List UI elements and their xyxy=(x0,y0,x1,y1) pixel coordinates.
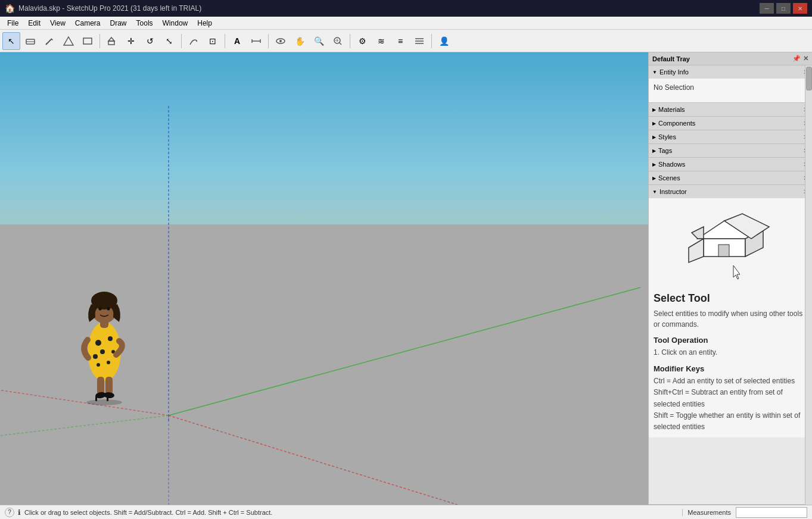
styles-arrow: ▶ xyxy=(652,135,656,140)
text-tool-button[interactable]: A xyxy=(228,32,246,50)
close-button[interactable]: ✕ xyxy=(793,3,807,14)
status-message: Click or drag to select objects. Shift =… xyxy=(24,509,272,516)
scenes-header[interactable]: ▶ Scenes ✕ xyxy=(649,171,812,185)
zoom-tool-button[interactable]: 🔍 xyxy=(310,32,328,50)
shadows-header[interactable]: ▶ Shadows ✕ xyxy=(649,158,812,171)
components-label: Components xyxy=(658,120,695,127)
instructor-section: ▼ Instructor ✕ xyxy=(649,185,812,505)
minimize-button[interactable]: ─ xyxy=(760,3,774,14)
sky xyxy=(0,52,648,224)
tray-close-button[interactable]: ✕ xyxy=(803,55,808,62)
instructor-modifiers: Ctrl = Add an entity to set of selected … xyxy=(654,376,807,433)
menu-window[interactable]: Window xyxy=(158,18,193,29)
toolbar-separator-5 xyxy=(350,34,350,48)
instructor-label: Instructor xyxy=(659,188,687,195)
shape-tool-button[interactable] xyxy=(60,32,77,50)
scrollbar-thumb[interactable] xyxy=(806,67,812,90)
menu-camera[interactable]: Camera xyxy=(70,18,105,29)
components-header[interactable]: ▶ Components ✕ xyxy=(649,117,812,130)
tags-header[interactable]: ▶ Tags ✕ xyxy=(649,144,812,157)
rotate-tool-button[interactable]: ↺ xyxy=(141,32,159,50)
components-section: ▶ Components ✕ xyxy=(649,117,812,130)
pan-tool-button[interactable]: ✋ xyxy=(291,32,309,50)
styles-section: ▶ Styles ✕ xyxy=(649,130,812,144)
shadows-label: Shadows xyxy=(658,161,685,168)
measurements-label: Measurements xyxy=(682,509,731,516)
scenes-section: ▶ Scenes ✕ xyxy=(649,171,812,185)
follow-me-button[interactable] xyxy=(185,32,203,50)
svg-rect-42 xyxy=(97,377,104,395)
menu-tools[interactable]: Tools xyxy=(132,18,158,29)
dimensions-tool-button[interactable] xyxy=(247,32,265,50)
eraser-tool-button[interactable] xyxy=(21,32,39,50)
materials-arrow: ▶ xyxy=(652,107,656,112)
materials-header-left: ▶ Materials xyxy=(652,106,685,113)
menu-file[interactable]: File xyxy=(2,18,23,29)
tray-title: Default Tray xyxy=(652,55,690,62)
svg-marker-54 xyxy=(692,227,704,239)
tray-pin-button[interactable]: 📌 xyxy=(792,55,801,62)
title-text: Malavida.skp - SketchUp Pro 2021 (31 day… xyxy=(18,4,201,12)
shadows-section: ▶ Shadows ✕ xyxy=(649,158,812,171)
maximize-button[interactable]: □ xyxy=(776,3,791,14)
svg-rect-46 xyxy=(95,396,97,401)
instructor-illustration xyxy=(654,209,807,286)
layer-settings-button[interactable] xyxy=(410,32,428,50)
model-settings-button[interactable]: ⚙ xyxy=(353,32,371,50)
entity-info-header-left: ▼ Entity Info xyxy=(652,68,689,76)
components-header-left: ▶ Components xyxy=(652,120,695,127)
entity-info-status: No Selection xyxy=(654,83,694,92)
toolbar-separator-6 xyxy=(431,34,432,48)
instructor-operation-title: Tool Operation xyxy=(654,336,807,345)
select-tool-illustration xyxy=(686,209,775,286)
instructor-modifier-title: Modifier Keys xyxy=(654,364,807,373)
profile-button[interactable]: 👤 xyxy=(435,32,453,50)
svg-rect-7 xyxy=(108,41,114,45)
styles-header-left: ▶ Styles xyxy=(652,133,676,140)
menu-edit[interactable]: Edit xyxy=(23,18,45,29)
svg-point-40 xyxy=(99,307,102,310)
entity-info-label: Entity Info xyxy=(659,68,689,76)
styles-header[interactable]: ▶ Styles ✕ xyxy=(649,130,812,143)
entity-info-content: No Selection xyxy=(649,79,812,102)
menu-help[interactable]: Help xyxy=(192,18,217,29)
app-title: 🏠 Malavida.skp - SketchUp Pro 2021 (31 d… xyxy=(5,4,201,13)
svg-marker-53 xyxy=(689,239,704,262)
instructor-tool-name: Select Tool xyxy=(654,292,807,305)
pencil-tool-button[interactable] xyxy=(41,32,58,50)
panel-scrollbar[interactable] xyxy=(805,65,812,505)
svg-point-35 xyxy=(107,361,110,364)
offset-tool-button[interactable]: ⊡ xyxy=(204,32,222,50)
orbit-tool-button[interactable] xyxy=(272,32,290,50)
svg-point-36 xyxy=(97,363,100,367)
materials-section: ▶ Materials ✕ xyxy=(649,103,812,117)
rectangle-tool-button[interactable] xyxy=(79,32,97,50)
shadows-arrow: ▶ xyxy=(652,162,656,167)
menu-draw[interactable]: Draw xyxy=(105,18,132,29)
measurements-input[interactable] xyxy=(736,507,807,518)
entity-info-header[interactable]: ▼ Entity Info ✕ xyxy=(649,65,812,79)
svg-point-34 xyxy=(93,354,98,359)
layers-visible-button[interactable]: ≡ xyxy=(391,32,409,50)
materials-header[interactable]: ▶ Materials ✕ xyxy=(649,103,812,116)
entity-info-section: ▼ Entity Info ✕ No Selection xyxy=(649,65,812,103)
menu-view[interactable]: View xyxy=(45,18,70,29)
svg-marker-5 xyxy=(64,37,73,45)
zoom-window-button[interactable] xyxy=(329,32,347,50)
section-planes-button[interactable]: ≋ xyxy=(372,32,390,50)
instructor-header[interactable]: ▼ Instructor ✕ xyxy=(649,185,812,198)
svg-point-41 xyxy=(107,307,110,310)
status-left: ? ℹ Click or drag to select objects. Shi… xyxy=(5,508,677,517)
pushpull-tool-button[interactable] xyxy=(103,32,121,50)
move-tool-button[interactable]: ✛ xyxy=(122,32,140,50)
status-help-icon[interactable]: ? xyxy=(5,508,14,517)
svg-point-14 xyxy=(279,40,282,42)
instructor-operation: 1. Click on an entity. xyxy=(654,347,807,358)
scale-tool-button[interactable]: ⤡ xyxy=(160,32,178,50)
select-tool-button[interactable]: ↖ xyxy=(2,32,20,50)
viewport[interactable] xyxy=(0,52,648,505)
svg-point-31 xyxy=(108,336,113,341)
components-arrow: ▶ xyxy=(652,121,656,126)
toolbar-separator-4 xyxy=(268,34,269,48)
instructor-header-left: ▼ Instructor xyxy=(652,188,687,195)
